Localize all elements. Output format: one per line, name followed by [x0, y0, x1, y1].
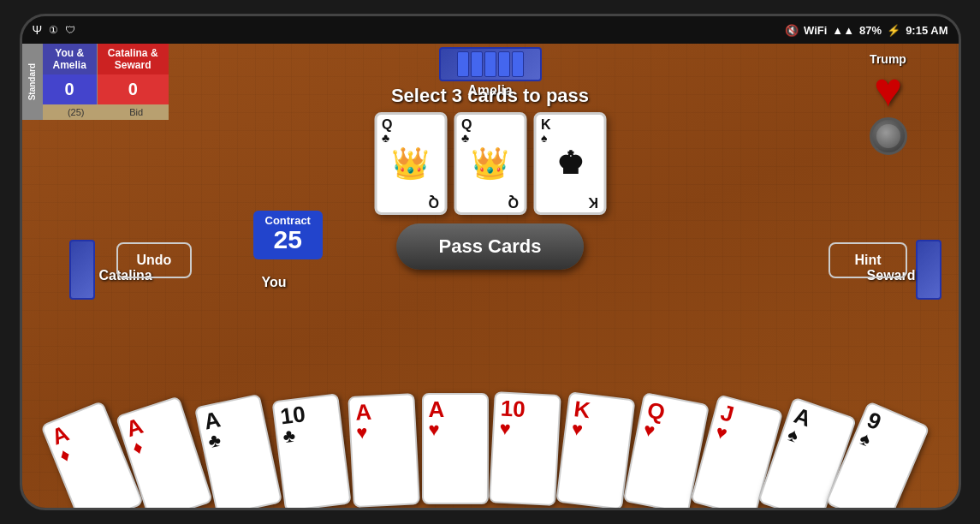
contract-box: Contract 25: [253, 211, 323, 259]
hand-card-5[interactable]: A ♥: [347, 393, 420, 508]
hc6-suit: ♥: [429, 420, 440, 439]
score-panel: Standard You &Amelia Catalina &Seward 0 …: [22, 44, 169, 120]
status-left: Ψ ① 🛡: [33, 23, 76, 37]
team2-name: Catalina &Seward: [97, 44, 168, 74]
hint-button[interactable]: Hint: [829, 242, 906, 278]
wifi-icon: WiFi: [804, 24, 827, 37]
pass-cards-button[interactable]: Pass Cards: [396, 223, 585, 270]
mute-icon: 🔇: [785, 24, 799, 37]
trump-area: Trump ♥: [870, 52, 907, 155]
sim-icon: ①: [49, 24, 58, 36]
team1-name: You &Amelia: [43, 44, 98, 74]
clock: 9:15 AM: [906, 24, 947, 37]
trump-btn-inner: [876, 124, 900, 148]
card2-suit-top: ♣: [461, 132, 469, 144]
hc11-suit: ♠: [785, 425, 800, 446]
selected-cards-area: Q ♣ 👑 Q Q ♣ 👑 Q K ♠ ♚ K: [374, 112, 606, 215]
select-instruction: Select 3 cards to pass: [391, 85, 589, 107]
undo-button[interactable]: Undo: [116, 242, 193, 278]
selected-card-2[interactable]: Q ♣ 👑 Q: [454, 112, 526, 215]
signal-icon: ▲▲: [832, 24, 854, 37]
hand-card-8[interactable]: K ♥: [555, 391, 635, 508]
card3-rank-bot: K: [588, 195, 598, 209]
hand-card-4[interactable]: 10 ♣: [271, 393, 351, 508]
selected-card-1[interactable]: Q ♣ 👑 Q: [374, 112, 447, 215]
hc8-suit: ♥: [570, 420, 584, 439]
score-sidebar: Standard: [22, 44, 43, 120]
score-sub2: Bid: [129, 107, 143, 117]
top-deck: [439, 47, 542, 81]
left-card-stack: [69, 240, 95, 300]
card1-suit-top: ♣: [382, 132, 389, 144]
hc7-suit: ♥: [499, 420, 511, 439]
standard-label: Standard: [27, 63, 37, 100]
card1-center: 👑: [391, 146, 430, 182]
battery-pct: 87%: [859, 24, 882, 37]
score-bottom: (25) Bid: [43, 104, 169, 120]
card3-rank: K: [541, 118, 551, 132]
team1-score: 0: [43, 74, 98, 104]
left-card: [69, 240, 95, 300]
device-frame: Ψ ① 🛡 🔇 WiFi ▲▲ 87% ⚡ 9:15 AM Standard Y…: [20, 14, 961, 510]
hc5-suit: ♥: [355, 423, 367, 443]
hc1-suit: ♦: [56, 445, 73, 467]
contract-num: 25: [265, 227, 311, 253]
selected-card-3[interactable]: K ♠ ♚ K: [533, 112, 606, 215]
you-label: You: [262, 275, 287, 290]
hand-card-6[interactable]: A ♥: [422, 393, 489, 504]
trump-suit: ♥: [874, 66, 902, 114]
score-table: You &Amelia Catalina &Seward 0 0 (25) Bi…: [43, 44, 169, 120]
card3-center: ♚: [556, 146, 584, 182]
usb-icon: Ψ: [33, 23, 43, 37]
right-card-stack: [916, 240, 941, 300]
trump-button[interactable]: [870, 117, 907, 155]
card1-rank-bot: Q: [429, 195, 439, 209]
battery-icon: ⚡: [887, 24, 900, 37]
hc4-suit: ♣: [282, 426, 296, 447]
status-right: 🔇 WiFi ▲▲ 87% ⚡ 9:15 AM: [785, 24, 947, 37]
hand-card-7[interactable]: 10 ♥: [489, 391, 561, 506]
card3-suit-top: ♠: [541, 132, 547, 144]
hc6-rank: A: [429, 398, 445, 420]
status-bar: Ψ ① 🛡 🔇 WiFi ▲▲ 87% ⚡ 9:15 AM: [22, 16, 959, 44]
card2-rank-bot: Q: [508, 195, 519, 209]
shield-icon: 🛡: [65, 24, 75, 36]
game-area: Standard You &Amelia Catalina &Seward 0 …: [22, 44, 959, 508]
card1-rank: Q: [382, 118, 392, 132]
card2-rank: Q: [461, 118, 472, 132]
hc10-suit: ♥: [713, 422, 728, 444]
card2-center: 👑: [471, 146, 509, 182]
hc2-suit: ♦: [130, 438, 145, 458]
hc3-suit: ♣: [206, 431, 223, 452]
hand-area: A ♦ A ♦ A ♣ 10 ♣ A ♥: [80, 371, 901, 508]
team2-score: 0: [97, 74, 168, 104]
score-sub1: (25): [68, 107, 85, 117]
right-card: [916, 240, 941, 300]
hc12-suit: ♠: [857, 429, 873, 450]
hc9-suit: ♥: [642, 420, 656, 441]
hc5-rank: A: [354, 401, 371, 424]
